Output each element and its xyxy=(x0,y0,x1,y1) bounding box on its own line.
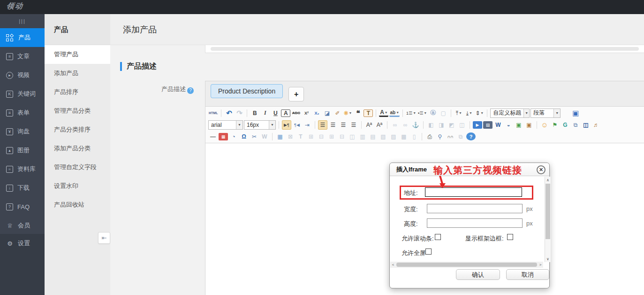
allow-fullscreen-checkbox[interactable] xyxy=(425,248,432,255)
font-color-icon[interactable]: A▼ xyxy=(379,109,388,117)
fullscreen-icon[interactable]: ▣ xyxy=(571,109,580,118)
show-frame-border-checkbox[interactable] xyxy=(507,234,513,240)
editor-tab[interactable]: Product Description xyxy=(211,84,283,98)
find-replace-icon[interactable]: ∩∩ xyxy=(446,132,455,141)
auto-typeset-icon[interactable]: ⓐ xyxy=(428,109,438,118)
superscript-icon[interactable]: X² xyxy=(302,109,311,118)
unordered-list-icon[interactable]: •☰▼ xyxy=(417,109,427,118)
screen-capture-icon[interactable]: ✂ xyxy=(250,132,259,141)
sidebar-item-settings[interactable]: ⚙设置 xyxy=(0,234,45,253)
sidebar-item-faq[interactable]: ?FAQ xyxy=(0,197,45,216)
split-cols-icon[interactable]: ▨ xyxy=(389,132,398,141)
delete-table-icon[interactable]: ⊠ xyxy=(286,132,295,141)
image-right-icon[interactable]: ◩ xyxy=(447,120,456,130)
paste-board-icon[interactable]: ⧉ xyxy=(456,132,465,141)
auto-format-icon[interactable]: ❋▼ xyxy=(343,109,352,118)
preview-icon[interactable]: ⚲ xyxy=(435,132,445,141)
link-icon[interactable]: ∞ xyxy=(390,120,400,130)
snapshot-icon[interactable]: ▣ xyxy=(524,120,534,130)
dialog-horizontal-scrollbar[interactable]: < > xyxy=(390,262,543,268)
bold-icon[interactable]: B xyxy=(250,109,259,118)
char-border-icon[interactable]: A xyxy=(281,109,290,117)
chevron-down-icon[interactable]: ▼ xyxy=(523,109,529,117)
paste-as-text-icon[interactable]: T xyxy=(364,109,373,117)
blank-doc-icon[interactable]: ▢ xyxy=(439,109,448,118)
horizontal-rule-icon[interactable]: — xyxy=(208,132,218,141)
subscript-icon[interactable]: X₂ xyxy=(312,109,321,118)
sidebar-item-inquiries[interactable]: ¥询盘 xyxy=(0,122,45,141)
unlink-icon[interactable]: ∞ xyxy=(401,120,410,130)
chevron-down-icon[interactable]: ▼ xyxy=(349,111,352,115)
to-lowercase-icon[interactable]: Aª xyxy=(375,120,384,130)
align-right-icon[interactable]: ☰ xyxy=(339,120,348,130)
word-image-icon[interactable]: W xyxy=(493,120,503,130)
page-break-icon[interactable]: ▯ xyxy=(409,132,419,141)
sidebar-item-keywords[interactable]: K关键词 xyxy=(0,85,45,103)
scroll-left-icon[interactable]: < xyxy=(390,262,396,268)
insert-time-icon[interactable]: ◔ xyxy=(229,132,238,141)
submenu-item-6[interactable]: 管理自定义字段 xyxy=(45,158,110,177)
music-icon[interactable]: ♬ xyxy=(591,120,601,130)
undo-icon[interactable]: ↶ xyxy=(224,109,234,118)
font-family-select[interactable]: arial▼ xyxy=(208,120,243,130)
dialog-close-button[interactable]: ✕ xyxy=(537,165,546,174)
insert-date-icon[interactable]: ▦ xyxy=(219,133,228,140)
image-left-icon[interactable]: ◧ xyxy=(426,120,436,130)
sidebar-item-albums[interactable]: ▴图册 xyxy=(0,141,45,160)
align-justify-icon[interactable]: ☰ xyxy=(349,120,358,130)
font-size-select[interactable]: 16px▼ xyxy=(244,120,276,130)
submenu-item-7[interactable]: 设置水印 xyxy=(45,177,110,195)
redo-icon[interactable]: ↷ xyxy=(235,109,244,118)
attachment-icon[interactable]: ◒ xyxy=(504,120,513,130)
emoji-icon[interactable]: ☺ xyxy=(540,120,549,130)
insert-iframe-icon[interactable]: ⧉ xyxy=(571,120,580,130)
cancel-button[interactable]: 取消 xyxy=(506,269,549,280)
sidebar-item-products[interactable]: 产品 xyxy=(0,28,45,47)
iframe-width-input[interactable] xyxy=(427,204,523,213)
italic-icon[interactable]: I xyxy=(260,109,270,118)
submenu-item-2[interactable]: 产品排序 xyxy=(45,83,110,101)
image-inline-icon[interactable]: ◨ xyxy=(437,120,446,130)
submenu-item-5[interactable]: 添加产品分类 xyxy=(45,139,110,158)
add-tab-button[interactable]: + xyxy=(288,87,304,101)
insert-table-icon[interactable]: ▦ xyxy=(275,132,285,141)
submenu-item-4[interactable]: 产品分类排序 xyxy=(45,120,110,139)
strikethrough-icon[interactable]: ABC xyxy=(291,109,301,118)
to-uppercase-icon[interactable]: Aª xyxy=(364,120,374,130)
indent-icon[interactable]: ⇥ xyxy=(303,120,312,130)
chevron-down-icon[interactable]: ▼ xyxy=(236,121,242,129)
chevron-down-icon[interactable]: ▼ xyxy=(480,111,484,115)
chevron-down-icon[interactable]: ▼ xyxy=(396,111,399,114)
scroll-right-icon[interactable]: > xyxy=(538,262,543,268)
vertical-scroll-thumb[interactable] xyxy=(546,184,550,239)
help-icon[interactable]: ? xyxy=(466,132,476,140)
chevron-down-icon[interactable]: ▼ xyxy=(385,111,388,114)
sidebar-item-videos[interactable]: ▸视频 xyxy=(0,66,45,85)
sidebar-item-articles[interactable]: ≡文章 xyxy=(0,47,45,66)
image-center-icon[interactable]: ◫ xyxy=(457,120,467,130)
anchor-icon[interactable]: ⚓ xyxy=(411,120,420,130)
sidebar-item-downloads[interactable]: ↓下载 xyxy=(0,179,45,197)
split-rows-icon[interactable]: ▧ xyxy=(379,132,388,141)
insert-row-icon[interactable]: ⊞ xyxy=(306,132,316,141)
delete-row-icon[interactable]: ⊟ xyxy=(317,132,326,141)
help-icon[interactable]: ? xyxy=(187,87,194,94)
insert-image-icon[interactable]: ▣ xyxy=(514,120,523,130)
collapse-submenu-button[interactable]: ⇤ xyxy=(98,232,110,244)
ordered-list-icon[interactable]: 1☰▼ xyxy=(406,109,417,118)
dir-ltr-icon[interactable]: ▶¶ xyxy=(282,120,291,130)
blockquote-icon[interactable]: ❝ xyxy=(353,109,363,118)
paragraph-space-after-icon[interactable]: ⤓▼ xyxy=(464,109,474,118)
sidebar-item-forms[interactable]: ≡表单 xyxy=(0,103,45,122)
chevron-down-icon[interactable]: ▼ xyxy=(553,109,560,117)
submenu-item-0[interactable]: 管理产品 xyxy=(45,45,110,64)
source-code-icon[interactable]: HTML xyxy=(208,109,218,118)
paragraph-space-before-icon[interactable]: ⤒▼ xyxy=(454,109,463,118)
full-table-icon[interactable]: ▩ xyxy=(399,132,409,141)
dir-rtl-icon[interactable]: ¶◀ xyxy=(292,120,302,130)
sidebar-item-library[interactable]: =资料库 xyxy=(0,160,45,179)
dialog-vertical-scrollbar[interactable]: ∧ ∨ xyxy=(545,177,551,262)
insert-video-icon[interactable]: ▶ xyxy=(473,121,482,129)
align-center-icon[interactable]: ☰ xyxy=(328,120,338,130)
insert-movie-icon[interactable]: ▤ xyxy=(483,121,492,129)
